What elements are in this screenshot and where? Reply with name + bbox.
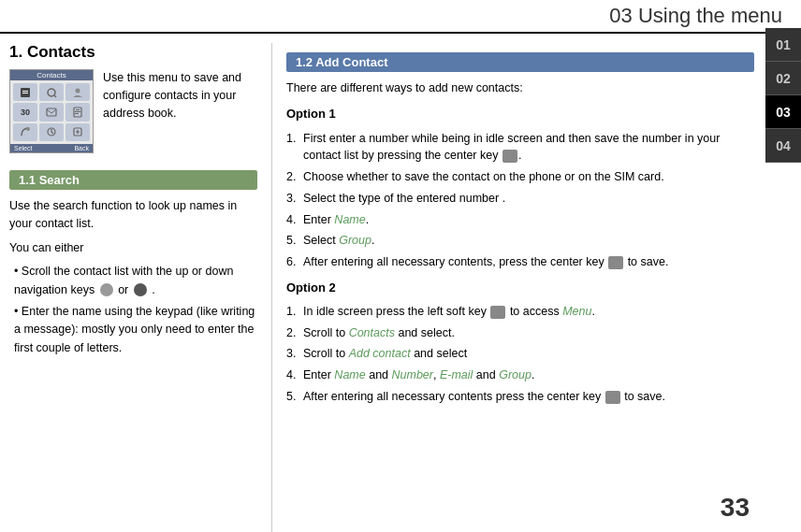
svg-rect-9 — [75, 111, 80, 112]
svg-point-11 — [26, 127, 30, 131]
option1-steps: First enter a number while being in idle… — [286, 130, 754, 271]
step-2-3: Scroll to Add contact and select — [286, 345, 754, 363]
phone-cell-1 — [13, 83, 37, 101]
side-nav-item-04[interactable]: 04 — [765, 129, 801, 163]
phone-cell-4: 30 — [13, 103, 37, 121]
step-1-3: Select the type of the entered number . — [286, 190, 754, 208]
svg-rect-2 — [22, 93, 28, 93]
search-bullet-1: Scroll the contact list with the up or d… — [14, 263, 257, 299]
phone-select-label: Select — [14, 145, 32, 151]
nav-up-icon — [100, 283, 113, 296]
center-key-icon-3 — [605, 391, 620, 404]
step-1-4: Enter Name. — [286, 211, 754, 229]
you-can-either-text: You can either — [9, 239, 257, 257]
search-bullet-2: Enter the name using the keypad (like wr… — [14, 303, 257, 357]
svg-rect-1 — [22, 91, 28, 92]
svg-rect-8 — [76, 109, 80, 110]
svg-rect-6 — [47, 108, 56, 116]
phone-screen-title: Contacts — [10, 70, 93, 80]
phone-cell-2 — [39, 83, 64, 101]
center-key-icon-2 — [608, 256, 623, 269]
svg-point-3 — [48, 89, 55, 96]
phone-bottom-bar: Select Back — [10, 144, 93, 152]
step-2-4: Enter Name and Number, E-mail and Group. — [286, 367, 754, 384]
soft-key-icon — [490, 306, 505, 319]
phone-cell-7 — [13, 123, 37, 141]
add-contact-intro: There are different ways to add new cont… — [286, 79, 754, 97]
phone-back-label: Back — [74, 145, 89, 151]
side-navigation: 01 02 03 04 — [765, 28, 801, 163]
search-bullet-list: Scroll the contact list with the up or d… — [9, 263, 257, 357]
phone-cell-9 — [66, 123, 90, 141]
option2-heading: Option 2 — [286, 279, 754, 297]
add-contact-bar: 1.2 Add Contact — [286, 52, 754, 72]
left-column: 1. Contacts Contacts 30 — [9, 43, 271, 532]
step-2-1: In idle screen press the left soft key t… — [286, 303, 754, 321]
step-1-5: Select Group. — [286, 232, 754, 250]
phone-image: Contacts 30 — [9, 69, 94, 153]
nav-down-icon — [134, 283, 147, 296]
option2-steps: In idle screen press the left soft key t… — [286, 303, 754, 406]
contacts-intro-block: Contacts 30 — [9, 69, 257, 161]
step-1-6: After entering all necessary contents, p… — [286, 253, 754, 271]
side-nav-item-01[interactable]: 01 — [765, 28, 801, 62]
phone-cell-5 — [39, 103, 64, 121]
right-body-text: There are different ways to add new cont… — [286, 79, 754, 406]
search-body: Use the search function to look up names… — [9, 197, 257, 357]
svg-rect-10 — [75, 113, 79, 114]
step-1-2: Choose whether to save the contact on th… — [286, 168, 754, 186]
main-content: 1. Contacts Contacts 30 — [0, 43, 801, 532]
svg-point-5 — [76, 88, 80, 93]
side-nav-item-02[interactable]: 02 — [765, 62, 801, 95]
phone-cell-3 — [66, 83, 90, 101]
search-intro-text: Use the search function to look up names… — [9, 197, 257, 234]
page-number: 33 — [721, 493, 750, 523]
search-section-bar: 1.1 Search — [9, 170, 257, 190]
svg-line-14 — [51, 132, 53, 134]
step-2-2: Scroll to Contacts and select. — [286, 324, 754, 342]
center-key-icon-1 — [502, 150, 517, 163]
option1-heading: Option 1 — [286, 105, 754, 123]
right-column: 1.2 Add Contact There are different ways… — [271, 43, 754, 532]
header-title: 03 Using the menu — [609, 4, 782, 28]
phone-cell-6 — [66, 103, 90, 121]
step-2-5: After entering all necessary contents pr… — [286, 388, 754, 406]
step-1-1: First enter a number while being in idle… — [286, 130, 754, 165]
side-nav-item-03[interactable]: 03 — [765, 95, 801, 129]
phone-cell-8 — [39, 123, 64, 141]
svg-line-4 — [54, 95, 56, 97]
contacts-description: Use this menu to save and configure cont… — [103, 69, 257, 122]
page-header: 03 Using the menu — [0, 0, 801, 34]
phone-grid: 30 — [10, 80, 93, 144]
contacts-heading: 1. Contacts — [9, 43, 257, 62]
